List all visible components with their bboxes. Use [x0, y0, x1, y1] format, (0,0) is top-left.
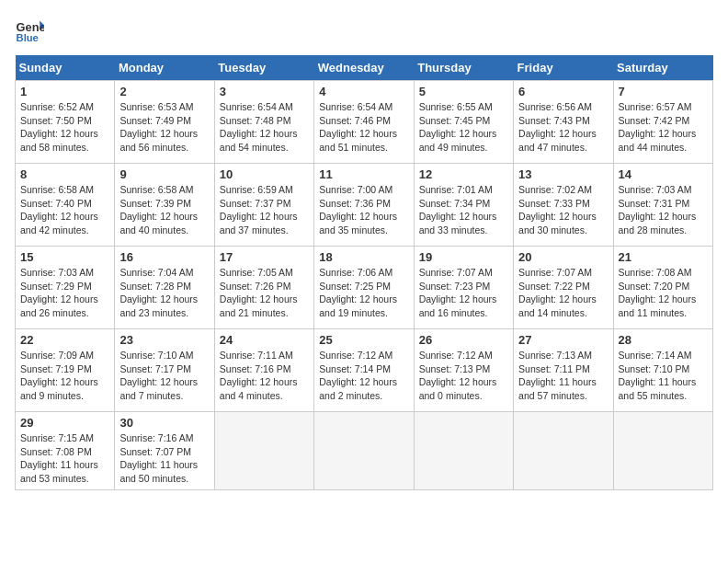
day-cell: 14Sunrise: 7:03 AM Sunset: 7:31 PM Dayli…: [613, 164, 712, 247]
day-info: Sunrise: 7:03 AM Sunset: 7:29 PM Dayligh…: [20, 266, 109, 320]
day-number: 30: [119, 416, 209, 430]
day-cell: [214, 412, 313, 490]
day-cell: [314, 412, 414, 490]
day-info: Sunrise: 6:58 AM Sunset: 7:39 PM Dayligh…: [119, 183, 209, 237]
day-info: Sunrise: 7:05 AM Sunset: 7:26 PM Dayligh…: [220, 266, 309, 320]
day-number: 15: [20, 250, 109, 264]
day-cell: 27Sunrise: 7:13 AM Sunset: 7:11 PM Dayli…: [514, 329, 613, 412]
day-info: Sunrise: 7:08 AM Sunset: 7:20 PM Dayligh…: [619, 266, 708, 320]
week-row-3: 15Sunrise: 7:03 AM Sunset: 7:29 PM Dayli…: [16, 247, 713, 329]
day-number: 14: [619, 167, 708, 181]
day-number: 2: [119, 85, 209, 98]
day-cell: 5Sunrise: 6:55 AM Sunset: 7:45 PM Daylig…: [414, 81, 513, 164]
day-cell: 17Sunrise: 7:05 AM Sunset: 7:26 PM Dayli…: [214, 247, 313, 329]
day-number: 23: [119, 333, 209, 347]
day-cell: 13Sunrise: 7:02 AM Sunset: 7:33 PM Dayli…: [514, 164, 613, 247]
weekday-thursday: Thursday: [414, 55, 513, 81]
logo: General Blue: [15, 15, 48, 44]
day-info: Sunrise: 7:14 AM Sunset: 7:10 PM Dayligh…: [619, 349, 708, 403]
day-cell: 6Sunrise: 6:56 AM Sunset: 7:43 PM Daylig…: [514, 81, 613, 164]
day-cell: 4Sunrise: 6:54 AM Sunset: 7:46 PM Daylig…: [314, 81, 414, 164]
day-info: Sunrise: 7:07 AM Sunset: 7:22 PM Dayligh…: [518, 266, 608, 320]
day-info: Sunrise: 7:06 AM Sunset: 7:25 PM Dayligh…: [319, 266, 408, 320]
day-info: Sunrise: 6:54 AM Sunset: 7:48 PM Dayligh…: [220, 100, 309, 155]
day-cell: 12Sunrise: 7:01 AM Sunset: 7:34 PM Dayli…: [414, 164, 513, 247]
day-cell: 18Sunrise: 7:06 AM Sunset: 7:25 PM Dayli…: [314, 247, 414, 329]
day-number: 29: [20, 416, 109, 430]
day-number: 16: [119, 250, 209, 264]
day-info: Sunrise: 7:15 AM Sunset: 7:08 PM Dayligh…: [20, 431, 109, 486]
day-number: 1: [20, 85, 109, 98]
day-cell: 9Sunrise: 6:58 AM Sunset: 7:39 PM Daylig…: [115, 164, 214, 247]
day-cell: 8Sunrise: 6:58 AM Sunset: 7:40 PM Daylig…: [16, 164, 115, 247]
week-row-2: 8Sunrise: 6:58 AM Sunset: 7:40 PM Daylig…: [16, 164, 713, 247]
day-info: Sunrise: 7:13 AM Sunset: 7:11 PM Dayligh…: [518, 349, 608, 403]
weekday-monday: Monday: [115, 55, 214, 81]
weekday-saturday: Saturday: [613, 55, 712, 81]
day-info: Sunrise: 7:02 AM Sunset: 7:33 PM Dayligh…: [518, 183, 608, 237]
day-number: 17: [220, 250, 309, 264]
day-cell: [414, 412, 513, 490]
day-info: Sunrise: 7:03 AM Sunset: 7:31 PM Dayligh…: [619, 183, 708, 237]
day-number: 6: [518, 85, 608, 98]
calendar-body: 1Sunrise: 6:52 AM Sunset: 7:50 PM Daylig…: [16, 81, 713, 490]
day-number: 24: [220, 333, 309, 347]
day-number: 28: [619, 333, 708, 347]
day-number: 13: [518, 167, 608, 181]
calendar-table: SundayMondayTuesdayWednesdayThursdayFrid…: [15, 55, 713, 490]
day-number: 25: [319, 333, 408, 347]
weekday-wednesday: Wednesday: [314, 55, 414, 81]
day-info: Sunrise: 7:16 AM Sunset: 7:07 PM Dayligh…: [119, 431, 209, 486]
day-number: 27: [518, 333, 608, 347]
logo-icon: General Blue: [15, 15, 44, 44]
weekday-friday: Friday: [514, 55, 613, 81]
weekday-sunday: Sunday: [16, 55, 115, 81]
day-number: 18: [319, 250, 408, 264]
day-cell: 3Sunrise: 6:54 AM Sunset: 7:48 PM Daylig…: [214, 81, 313, 164]
day-number: 4: [319, 85, 408, 98]
day-number: 5: [419, 85, 508, 98]
day-cell: 11Sunrise: 7:00 AM Sunset: 7:36 PM Dayli…: [314, 164, 414, 247]
day-cell: 1Sunrise: 6:52 AM Sunset: 7:50 PM Daylig…: [16, 81, 115, 164]
day-number: 20: [518, 250, 608, 264]
day-cell: 2Sunrise: 6:53 AM Sunset: 7:49 PM Daylig…: [115, 81, 214, 164]
day-info: Sunrise: 6:58 AM Sunset: 7:40 PM Dayligh…: [20, 183, 109, 237]
header: General Blue: [15, 15, 713, 44]
day-info: Sunrise: 7:12 AM Sunset: 7:14 PM Dayligh…: [319, 349, 408, 403]
svg-text:Blue: Blue: [17, 32, 39, 43]
day-number: 12: [419, 167, 508, 181]
day-cell: 28Sunrise: 7:14 AM Sunset: 7:10 PM Dayli…: [613, 329, 712, 412]
day-cell: [514, 412, 613, 490]
day-cell: 24Sunrise: 7:11 AM Sunset: 7:16 PM Dayli…: [214, 329, 313, 412]
day-cell: 25Sunrise: 7:12 AM Sunset: 7:14 PM Dayli…: [314, 329, 414, 412]
day-number: 21: [619, 250, 708, 264]
day-cell: 15Sunrise: 7:03 AM Sunset: 7:29 PM Dayli…: [16, 247, 115, 329]
day-cell: 7Sunrise: 6:57 AM Sunset: 7:42 PM Daylig…: [613, 81, 712, 164]
weekday-header-row: SundayMondayTuesdayWednesdayThursdayFrid…: [16, 55, 713, 81]
day-info: Sunrise: 7:09 AM Sunset: 7:19 PM Dayligh…: [20, 349, 109, 403]
day-cell: 22Sunrise: 7:09 AM Sunset: 7:19 PM Dayli…: [16, 329, 115, 412]
day-info: Sunrise: 7:01 AM Sunset: 7:34 PM Dayligh…: [419, 183, 508, 237]
day-info: Sunrise: 6:55 AM Sunset: 7:45 PM Dayligh…: [419, 100, 508, 155]
day-cell: 30Sunrise: 7:16 AM Sunset: 7:07 PM Dayli…: [115, 412, 214, 490]
day-number: 11: [319, 167, 408, 181]
day-number: 8: [20, 167, 109, 181]
day-number: 9: [119, 167, 209, 181]
day-info: Sunrise: 7:07 AM Sunset: 7:23 PM Dayligh…: [419, 266, 508, 320]
day-number: 3: [220, 85, 309, 98]
day-number: 22: [20, 333, 109, 347]
day-info: Sunrise: 6:54 AM Sunset: 7:46 PM Dayligh…: [319, 100, 408, 155]
day-info: Sunrise: 6:59 AM Sunset: 7:37 PM Dayligh…: [220, 183, 309, 237]
day-info: Sunrise: 7:12 AM Sunset: 7:13 PM Dayligh…: [419, 349, 508, 403]
day-info: Sunrise: 6:52 AM Sunset: 7:50 PM Dayligh…: [20, 100, 109, 155]
week-row-4: 22Sunrise: 7:09 AM Sunset: 7:19 PM Dayli…: [16, 329, 713, 412]
day-info: Sunrise: 7:10 AM Sunset: 7:17 PM Dayligh…: [119, 349, 209, 403]
weekday-tuesday: Tuesday: [214, 55, 313, 81]
day-cell: 10Sunrise: 6:59 AM Sunset: 7:37 PM Dayli…: [214, 164, 313, 247]
day-number: 7: [619, 85, 708, 98]
day-number: 26: [419, 333, 508, 347]
week-row-5: 29Sunrise: 7:15 AM Sunset: 7:08 PM Dayli…: [16, 412, 713, 490]
day-cell: 21Sunrise: 7:08 AM Sunset: 7:20 PM Dayli…: [613, 247, 712, 329]
day-number: 19: [419, 250, 508, 264]
day-cell: 16Sunrise: 7:04 AM Sunset: 7:28 PM Dayli…: [115, 247, 214, 329]
